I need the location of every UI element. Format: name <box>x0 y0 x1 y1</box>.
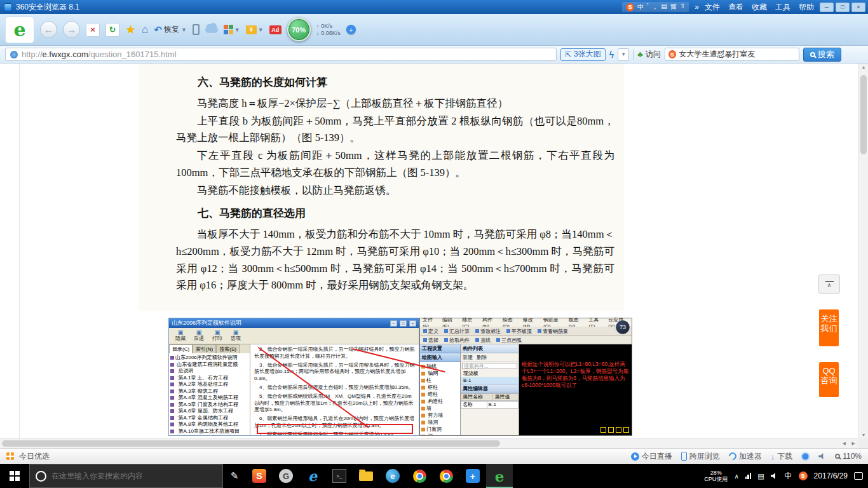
cad-toolbar-button: 定义 <box>423 328 438 335</box>
big-images-button[interactable]: ⇱ 3张大图 <box>560 48 606 61</box>
vertical-scrollbar[interactable]: ▲ ▼ <box>858 64 868 438</box>
cad-tab-project-settings: 工程设置 <box>420 344 460 353</box>
back-to-top-button[interactable]: ∧ <box>818 274 840 294</box>
taskbar-app-gimp[interactable]: G <box>273 464 299 488</box>
taskbar-app-tim[interactable]: + <box>459 464 486 488</box>
taskbar-app-chrome[interactable] <box>406 464 433 488</box>
zoom-level[interactable]: 110% <box>843 452 862 461</box>
qq-consult-button[interactable]: QQ咨询 <box>819 362 839 397</box>
taskbar-app-explorer[interactable] <box>353 464 379 488</box>
ime-status-icon[interactable]: 简 <box>670 3 677 11</box>
start-button[interactable] <box>0 464 29 488</box>
section-6-title: 六、马凳筋的长度如何计算 <box>176 74 614 92</box>
vertical-scroll-thumb[interactable] <box>860 75 867 154</box>
home-icon[interactable]: ⌂ <box>142 24 148 36</box>
keyboard-icon[interactable]: ▤ <box>757 472 764 480</box>
sogou-tray-icon[interactable]: S <box>799 471 808 480</box>
zoom-magnifier-icon <box>835 454 840 459</box>
titlebar-menu-item[interactable]: 帮助 <box>799 2 814 13</box>
globe-icon[interactable] <box>801 452 810 461</box>
speed-ball[interactable]: 70% <box>287 18 311 41</box>
ime-status-icon[interactable]: ▤ <box>661 3 667 11</box>
taskbar-app-ie[interactable]: e <box>299 464 326 488</box>
search-button[interactable]: 搜索 <box>803 48 841 62</box>
ime-status-icon[interactable]: 中 <box>637 3 644 11</box>
taskbar-app-chrome-2[interactable] <box>433 464 459 488</box>
gauge-icon <box>727 451 738 462</box>
ime-status-icon[interactable]: ’ <box>647 3 648 11</box>
close-button[interactable]: × <box>851 3 865 12</box>
mode-dropdown[interactable]: ▼ <box>618 48 629 61</box>
scroll-down-arrow[interactable]: ▼ <box>859 433 868 437</box>
download-button[interactable]: ↓ 下载 <box>771 451 793 462</box>
gift-icon[interactable] <box>6 452 14 460</box>
ime-status-icon[interactable]: ， <box>651 3 658 11</box>
zoom-control[interactable]: 110% <box>835 452 862 461</box>
speaker-icon[interactable] <box>818 453 826 459</box>
cpu-usage-widget[interactable]: 28% CPU使用 <box>704 470 728 482</box>
scroll-up-arrow[interactable]: ▲ <box>859 65 868 69</box>
visit-button[interactable]: ♣ 访问 <box>637 49 661 60</box>
taskbar-app-edge[interactable]: e <box>379 464 406 488</box>
ink-workspace-button[interactable]: ✎ <box>223 464 246 488</box>
titlebar-menu-item[interactable]: 工具 <box>775 2 790 13</box>
drawing-cell <box>616 427 621 433</box>
favorites-star-icon[interactable]: ★ <box>125 22 136 37</box>
booster-button[interactable]: 加速器 <box>729 451 762 462</box>
apps-grid-button[interactable]: ▼ <box>224 25 240 34</box>
tray-expand-icon[interactable]: ∧ <box>734 473 738 480</box>
network-icon[interactable] <box>745 473 752 479</box>
wallet-button[interactable]: ¥ ▼ <box>246 25 264 34</box>
session-restore-button[interactable]: ↶ 恢复 ▼ <box>154 24 187 36</box>
titlebar-menu-item[interactable]: 文件 <box>705 2 720 13</box>
mobile-sync-icon[interactable] <box>193 24 200 35</box>
cad-module-item: 门窗洞 <box>421 426 459 433</box>
search-input[interactable] <box>679 50 796 59</box>
menu-chevron-icon[interactable]: » <box>695 3 699 11</box>
back-button[interactable]: ← <box>40 21 57 38</box>
add-speed-widget-button[interactable]: + <box>346 25 356 34</box>
clock-date[interactable]: 2017/6/29 <box>814 471 848 480</box>
scroll-right-arrow[interactable]: ▶ <box>852 441 855 446</box>
search-box[interactable]: S <box>665 48 799 61</box>
minimize-icon: ─ <box>390 320 397 327</box>
forward-button[interactable]: → <box>63 21 80 38</box>
refresh-button[interactable]: ↻ <box>105 23 119 37</box>
speed-mode-icon[interactable]: ϟ <box>609 50 614 60</box>
taskbar-app-360-browser-active[interactable]: e <box>486 464 513 488</box>
action-center-icon[interactable] <box>854 472 863 480</box>
browser-logo[interactable]: e <box>5 17 34 43</box>
live-stream-button[interactable]: 今日直播 <box>631 451 672 462</box>
taskbar-app-terminal[interactable]: >_ <box>326 464 353 488</box>
titlebar-menu-item[interactable]: 查看 <box>728 2 743 13</box>
horizontal-scrollbar[interactable]: ◀ ▶ <box>0 438 858 448</box>
titlebar-menu-item[interactable]: 收藏 <box>752 2 767 13</box>
magnifier-icon <box>810 52 815 57</box>
help-tree-item: 第A.7章 金属结构工程 <box>170 415 248 422</box>
chevron-down-icon[interactable]: ▼ <box>234 27 240 33</box>
scroll-left-arrow[interactable]: ◀ <box>843 441 846 446</box>
ad-blocker-icon[interactable]: Ad <box>269 25 281 34</box>
taskbar-search-input[interactable] <box>51 471 217 480</box>
horizontal-scroll-thumb[interactable] <box>2 440 500 447</box>
follow-us-button[interactable]: 关注我们 <box>819 309 839 346</box>
chevron-down-icon[interactable]: ▼ <box>258 27 264 33</box>
cad-tab-draw-input: 绘图输入 <box>420 353 460 362</box>
cloud-sync-icon[interactable] <box>205 27 218 33</box>
daily-picks-link[interactable]: 今日优选 <box>19 451 50 462</box>
cross-screen-button[interactable]: 跨屏浏览 <box>681 451 720 462</box>
stop-button[interactable]: × <box>86 23 100 37</box>
maximize-button[interactable]: □ <box>836 3 850 12</box>
ime-status-icon[interactable]: ⇧ <box>680 3 685 11</box>
url-field[interactable]: http://e.fwxgx.com/question_1601715.html <box>5 48 557 61</box>
sogou-ime-bar[interactable]: S 中’，▤简⇧ <box>622 2 689 12</box>
taskbar-app-sogou[interactable]: S <box>246 464 273 488</box>
chevron-down-icon[interactable]: ▼ <box>181 27 187 33</box>
sogou-logo-icon[interactable]: S <box>626 3 634 11</box>
minimize-button[interactable]: ─ <box>820 3 834 12</box>
component-group: 现浇板 <box>461 370 519 377</box>
ime-language-indicator[interactable]: 中 <box>785 471 792 482</box>
volume-icon[interactable] <box>771 473 778 479</box>
help-tree-item: 总说明 <box>170 368 248 375</box>
taskbar-search-box[interactable] <box>29 464 223 488</box>
